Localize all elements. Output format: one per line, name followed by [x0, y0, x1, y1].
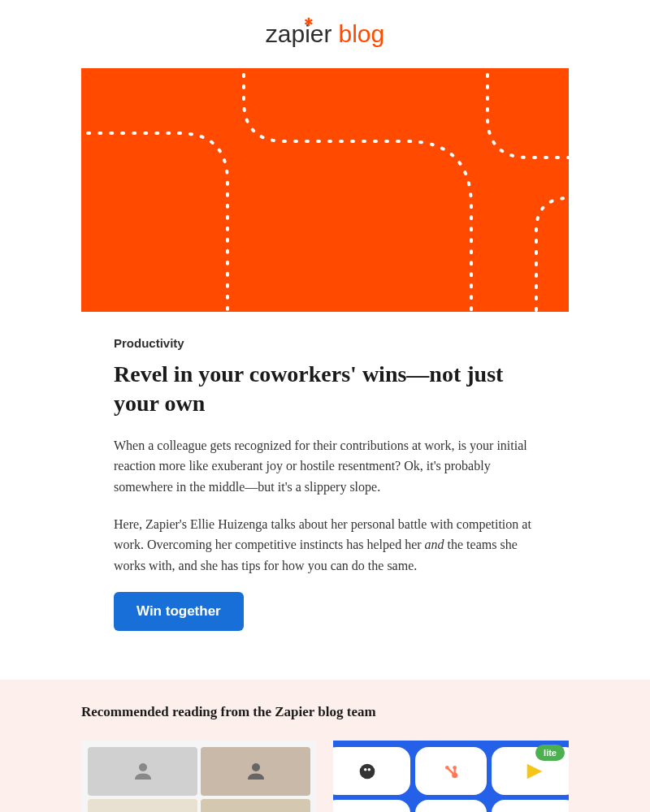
app-tile-spiral: [492, 800, 569, 812]
article-category: Productivity: [114, 336, 536, 350]
recommended-card-1[interactable]: [81, 741, 317, 812]
person-tile-1: [88, 747, 197, 796]
app-tile-mailchimp: [333, 747, 410, 795]
article-paragraph-1: When a colleague gets recognized for the…: [114, 435, 536, 498]
zapier-blog-logo[interactable]: zapier✱ blog: [266, 20, 384, 48]
recommended-title: Recommended reading from the Zapier blog…: [81, 704, 569, 720]
article-content: Productivity Revel in your coworkers' wi…: [114, 312, 536, 680]
app-tile-cow: [415, 800, 486, 812]
lite-badge: lite: [535, 745, 565, 761]
recommended-section: Recommended reading from the Zapier blog…: [0, 680, 650, 812]
person-tile-2: [201, 747, 310, 796]
svg-point-6: [367, 768, 370, 771]
article-paragraph-2: Here, Zapier's Ellie Huizenga talks abou…: [114, 514, 536, 577]
logo-blog-text: blog: [339, 20, 385, 48]
person-tile-4: [201, 799, 310, 812]
card-image-video-grid: [81, 741, 317, 812]
app-tile-hubspot: [415, 747, 486, 795]
svg-point-1: [252, 763, 260, 771]
article-title: Revel in your coworkers' wins—not just y…: [114, 360, 536, 419]
svg-point-0: [139, 763, 147, 771]
hero-image[interactable]: [81, 68, 569, 312]
svg-point-5: [364, 768, 367, 771]
svg-point-4: [359, 764, 375, 780]
recommended-cards: lite: [81, 741, 569, 812]
win-together-button[interactable]: Win together: [114, 592, 244, 631]
person-tile-3: [88, 799, 197, 812]
card-image-apps-grid: lite: [333, 741, 569, 812]
header: zapier✱ blog: [0, 0, 650, 68]
app-tile-generic-2: [333, 800, 410, 812]
logo-zapier-text: zapier✱: [266, 20, 332, 48]
dotted-path-decoration: [81, 68, 569, 312]
article-body: When a colleague gets recognized for the…: [114, 435, 536, 577]
star-icon: ✱: [304, 15, 314, 28]
recommended-card-2[interactable]: lite: [333, 741, 569, 812]
